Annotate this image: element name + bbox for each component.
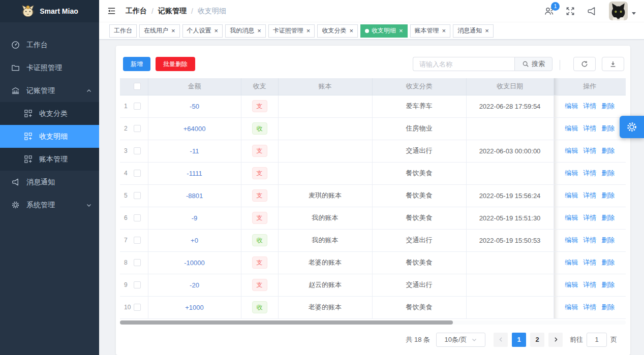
theme-settings-button[interactable]: [620, 116, 644, 138]
row-checkbox[interactable]: [134, 281, 141, 288]
amount-link[interactable]: -8801: [186, 192, 203, 200]
row-checkbox[interactable]: [134, 304, 141, 311]
detail-link[interactable]: 详情: [583, 191, 596, 199]
fullscreen-button[interactable]: [565, 6, 575, 16]
detail-link[interactable]: 详情: [583, 281, 596, 288]
page-button-2[interactable]: 2: [530, 333, 544, 347]
close-tab-icon[interactable]: ×: [214, 27, 219, 34]
row-checkbox[interactable]: [134, 170, 141, 177]
detail-link[interactable]: 详情: [583, 214, 596, 221]
prev-page-button[interactable]: [494, 333, 508, 347]
detail-link[interactable]: 详情: [583, 147, 596, 154]
row-checkbox[interactable]: [134, 103, 141, 110]
tab-card-photo-management[interactable]: 卡证照管理×: [268, 24, 315, 38]
search-button[interactable]: 搜索: [514, 57, 553, 71]
user-avatar[interactable]: [609, 2, 628, 20]
delete-link[interactable]: 删除: [601, 102, 615, 110]
sidebar-item-card-photo-management[interactable]: 卡证照管理: [0, 56, 99, 79]
amount-link[interactable]: +0: [191, 237, 198, 244]
sidebar-item-accounting-management[interactable]: 记账管理: [0, 79, 99, 102]
delete-link[interactable]: 删除: [601, 236, 615, 244]
close-tab-icon[interactable]: ×: [442, 27, 446, 34]
tab-online-users[interactable]: 在线用户×: [139, 24, 180, 38]
close-tab-icon[interactable]: ×: [485, 27, 489, 34]
amount-link[interactable]: -11: [190, 147, 199, 155]
add-button[interactable]: 新增: [123, 57, 150, 71]
close-tab-icon[interactable]: ×: [349, 27, 353, 34]
row-checkbox[interactable]: [134, 192, 141, 199]
amount-link[interactable]: -1111: [187, 170, 202, 177]
delete-link[interactable]: 删除: [601, 169, 615, 177]
close-tab-icon[interactable]: ×: [171, 27, 175, 34]
close-tab-icon[interactable]: ×: [257, 27, 261, 34]
goto-page-input[interactable]: [587, 333, 607, 347]
edit-link[interactable]: 编辑: [565, 281, 578, 288]
edit-link[interactable]: 编辑: [565, 191, 578, 199]
detail-link[interactable]: 详情: [583, 102, 596, 110]
collapse-sidebar-button[interactable]: [99, 6, 124, 16]
page-size-select[interactable]: 10条/页: [436, 333, 485, 347]
breadcrumb-item-workbench[interactable]: 工作台: [126, 7, 147, 16]
detail-link[interactable]: 详情: [583, 303, 596, 311]
app-logo[interactable]: Smart Miao: [0, 0, 99, 22]
detail-link[interactable]: 详情: [583, 124, 596, 132]
sidebar-item-message-notification[interactable]: 消息通知: [0, 171, 99, 193]
download-button[interactable]: [602, 57, 624, 71]
edit-link[interactable]: 编辑: [565, 236, 578, 244]
breadcrumb-item-accounting[interactable]: 记账管理: [158, 7, 187, 16]
delete-link[interactable]: 删除: [601, 191, 615, 199]
delete-link[interactable]: 删除: [601, 303, 615, 311]
edit-link[interactable]: 编辑: [565, 124, 578, 132]
delete-link[interactable]: 删除: [601, 147, 615, 154]
sidebar-item-income-expense-category[interactable]: 收支分类: [0, 102, 99, 125]
row-checkbox[interactable]: [134, 147, 141, 154]
amount-link[interactable]: -9: [192, 214, 198, 222]
detail-link[interactable]: 详情: [583, 169, 596, 177]
book-cell: [278, 162, 372, 184]
delete-link[interactable]: 删除: [601, 259, 615, 266]
tab-income-expense-category[interactable]: 收支分类×: [317, 24, 358, 38]
tab-ledger-management[interactable]: 账本管理×: [410, 24, 451, 38]
amount-link[interactable]: -50: [190, 103, 199, 110]
tab-message-notification[interactable]: 消息通知×: [453, 24, 494, 38]
row-checkbox[interactable]: [134, 214, 141, 221]
sidebar-item-income-expense-detail[interactable]: 收支明细: [0, 125, 99, 148]
select-all-checkbox[interactable]: [134, 83, 141, 90]
detail-link[interactable]: 详情: [583, 236, 596, 244]
row-checkbox[interactable]: [134, 125, 141, 132]
search-input[interactable]: [413, 57, 514, 71]
delete-link[interactable]: 删除: [601, 281, 615, 288]
row-checkbox[interactable]: [134, 259, 141, 266]
edit-link[interactable]: 编辑: [565, 259, 578, 266]
sidebar-item-workbench[interactable]: 工作台: [0, 34, 99, 56]
amount-link[interactable]: +1000: [185, 304, 204, 311]
delete-link[interactable]: 删除: [601, 124, 615, 132]
amount-link[interactable]: -10000: [184, 259, 204, 267]
edit-link[interactable]: 编辑: [565, 214, 578, 221]
sidebar-item-ledger-management[interactable]: 账本管理: [0, 148, 99, 171]
tab-my-messages[interactable]: 我的消息×: [225, 24, 266, 38]
online-users-button[interactable]: 1: [544, 6, 554, 16]
row-checkbox[interactable]: [134, 237, 141, 244]
next-page-button[interactable]: [548, 333, 563, 347]
edit-link[interactable]: 编辑: [565, 147, 578, 154]
close-tab-icon[interactable]: ×: [399, 27, 403, 34]
amount-link[interactable]: -20: [190, 281, 199, 289]
amount-link[interactable]: +64000: [183, 125, 206, 133]
tab-personal-settings[interactable]: 个人设置×: [182, 24, 223, 38]
message-button[interactable]: [587, 6, 597, 16]
detail-link[interactable]: 详情: [583, 259, 596, 266]
refresh-button[interactable]: [573, 57, 596, 71]
delete-link[interactable]: 删除: [601, 214, 615, 221]
tab-income-expense-detail[interactable]: 收支明细×: [360, 24, 408, 38]
sidebar-item-system-management[interactable]: 系统管理: [0, 193, 99, 216]
page-button-1[interactable]: 1: [512, 333, 526, 347]
edit-link[interactable]: 编辑: [565, 102, 578, 110]
edit-link[interactable]: 编辑: [565, 169, 578, 177]
avatar-dropdown-caret-icon[interactable]: [632, 12, 636, 15]
tab-workbench[interactable]: 工作台: [109, 24, 137, 38]
batch-delete-button[interactable]: 批量删除: [156, 57, 195, 71]
horizontal-scrollbar-thumb[interactable]: [120, 320, 453, 325]
close-tab-icon[interactable]: ×: [306, 27, 311, 34]
edit-link[interactable]: 编辑: [565, 303, 578, 311]
